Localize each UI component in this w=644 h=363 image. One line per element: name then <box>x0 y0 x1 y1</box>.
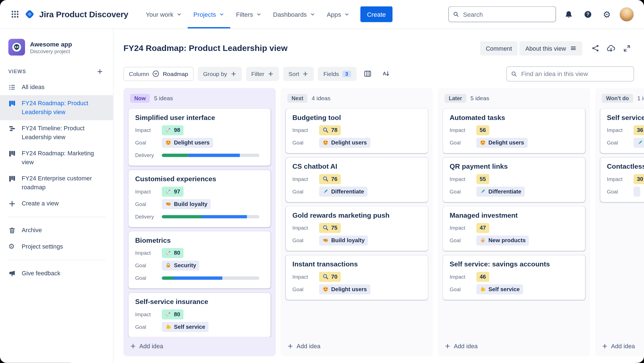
sort-alpha-icon[interactable] <box>379 67 393 81</box>
goal-chip[interactable]: Self service <box>162 322 209 332</box>
field-label: Impact <box>135 189 162 195</box>
field-label: Impact <box>293 176 319 182</box>
field-label: Delivery <box>135 152 162 158</box>
impact-chip[interactable]: 98 <box>162 125 184 135</box>
idea-card[interactable]: Automated tasks Impact 56 Goal Delight u… <box>443 109 585 153</box>
sidebar-item-fy24-roadmap-marketing[interactable]: FY24 Roadmap: Marketing view <box>0 145 113 170</box>
impact-value: 97 <box>174 188 180 195</box>
give-feedback-button[interactable]: Give feedback <box>0 265 113 282</box>
fields-button[interactable]: Fields 3 <box>318 67 356 81</box>
nav-your-work[interactable]: Your work <box>140 0 187 28</box>
project-header[interactable]: Awesome app Discovery project <box>0 37 113 62</box>
global-search-input[interactable] <box>462 10 551 18</box>
impact-chip[interactable]: 30 <box>634 174 644 184</box>
goal-chip[interactable]: Delight users <box>162 138 213 148</box>
create-a-view-button[interactable]: Create a view <box>0 195 113 212</box>
chevron-down-icon <box>219 11 224 17</box>
field-label: Goal <box>607 189 634 195</box>
brand[interactable]: Jira Product Discovery <box>24 9 128 20</box>
sidebar-item-archive[interactable]: Archive <box>0 222 113 239</box>
idea-card[interactable]: Simplified user interface Impact 98 Goal… <box>128 109 271 166</box>
goal-chip[interactable] <box>634 187 640 197</box>
goal-chip[interactable] <box>634 138 644 148</box>
idea-card[interactable]: Self service: savings accounts Impact 46… <box>443 255 585 300</box>
idea-card[interactable]: Biometrics Impact 80 Goal Security Goal <box>128 231 271 289</box>
share-icon[interactable] <box>588 41 602 55</box>
impact-chip[interactable]: 76 <box>319 174 341 184</box>
sidebar-item-fy24-enterprise-roadmap[interactable]: FY24 Enterprise customer roadmap <box>0 170 113 195</box>
impact-row: Impact 78 <box>293 124 422 136</box>
goal-chip[interactable]: Build loyalty <box>319 236 368 246</box>
goal-chip[interactable]: Delight users <box>476 138 527 148</box>
goal-value: Build loyalty <box>331 237 365 244</box>
nav-filters[interactable]: Filters <box>230 0 267 28</box>
goal-chip[interactable]: Security <box>162 261 199 271</box>
impact-chip[interactable]: 36 <box>634 125 644 135</box>
impact-chip[interactable]: 47 <box>476 223 489 233</box>
notification-bell-icon[interactable] <box>562 8 575 21</box>
impact-chip[interactable]: 55 <box>476 174 489 184</box>
goal-chip[interactable]: Self service <box>476 284 523 294</box>
idea-title: Managed investment <box>450 211 579 219</box>
sidebar-item-fy24-timeline-product-leadership[interactable]: FY24 Timeline: Product Leadership view <box>0 120 113 145</box>
help-icon[interactable] <box>581 8 595 21</box>
add-idea-button[interactable]: Add idea <box>123 337 276 356</box>
display-settings-icon[interactable] <box>361 67 375 81</box>
impact-chip[interactable]: 97 <box>162 187 184 197</box>
add-idea-button[interactable]: Add idea <box>438 337 590 356</box>
app-grid-icon[interactable] <box>8 8 22 21</box>
sidebar-item-project-settings[interactable]: ⚙ Project settings <box>0 239 113 255</box>
goal-chip[interactable]: Delight users <box>319 284 370 294</box>
idea-card[interactable]: Customised experiences Impact 97 Goal Bu… <box>128 170 271 227</box>
add-idea-button[interactable]: Add idea <box>595 337 644 356</box>
idea-card[interactable]: Budgeting tool Impact 78 Goal Delight us… <box>286 109 428 153</box>
add-view-icon[interactable] <box>95 67 105 77</box>
nav-dashboards[interactable]: Dashboards <box>267 0 321 28</box>
about-this-view-button[interactable]: About this view <box>519 41 582 55</box>
sidebar-item-label: Project settings <box>22 242 63 251</box>
goal-chip[interactable]: New products <box>476 236 529 246</box>
find-idea-input[interactable] <box>520 70 629 78</box>
sidebar-item-fy24-roadmap-product-leadership[interactable]: FY24 Roadmap: Product Leadership view <box>0 95 113 120</box>
column-cards: Simplified user interface Impact 98 Goal… <box>123 105 276 337</box>
idea-card[interactable]: QR payment links Impact 55 Goal Differen… <box>443 157 585 202</box>
impact-chip[interactable]: 78 <box>319 125 341 135</box>
export-cloud-icon[interactable] <box>604 41 618 55</box>
idea-card[interactable]: CS chatbot AI Impact 76 Goal Differentia… <box>286 157 428 202</box>
add-idea-button[interactable]: Add idea <box>281 337 433 356</box>
sidebar: Awesome app Discovery project VIEWS All … <box>0 29 113 363</box>
idea-card[interactable]: Contactless Impact 30 Goal <box>600 157 644 202</box>
comment-button[interactable]: Comment <box>480 41 518 55</box>
impact-chip[interactable]: 80 <box>162 248 184 258</box>
idea-card[interactable]: Self service: Impact 36 Goal <box>600 109 644 153</box>
idea-title: Budgeting tool <box>293 114 422 122</box>
filter-button[interactable]: Filter <box>246 67 279 81</box>
idea-title: Self service: savings accounts <box>450 260 579 268</box>
field-label: Impact <box>450 274 476 280</box>
nav-projects[interactable]: Projects <box>187 0 230 28</box>
goal-chip[interactable]: Differentiate <box>319 187 368 197</box>
impact-chip[interactable]: 80 <box>162 309 184 319</box>
idea-card[interactable]: Managed investment Impact 47 Goal New pr… <box>443 206 585 251</box>
idea-card[interactable]: Self-service insurance Impact 80 Goal Se… <box>128 293 271 337</box>
field-label: Impact <box>135 250 162 256</box>
goal-chip[interactable]: Build loyalty <box>162 199 211 209</box>
settings-gear-icon[interactable]: ⚙ <box>600 8 614 21</box>
impact-chip[interactable]: 46 <box>476 272 489 282</box>
heart-eyes-icon <box>323 286 329 293</box>
impact-chip[interactable]: 70 <box>319 272 341 282</box>
goal-chip[interactable]: Delight users <box>319 138 370 148</box>
create-button[interactable]: Create <box>360 6 393 22</box>
group-by-button[interactable]: Group by <box>198 67 242 81</box>
goal-chip[interactable]: Differentiate <box>476 187 525 197</box>
idea-card[interactable]: Instant transactions Impact 70 Goal Deli… <box>286 255 428 300</box>
fullscreen-icon[interactable] <box>620 41 634 55</box>
impact-chip[interactable]: 75 <box>319 223 341 233</box>
sidebar-item-all-ideas[interactable]: All ideas <box>0 79 113 95</box>
user-avatar[interactable] <box>620 7 634 22</box>
nav-apps[interactable]: Apps <box>321 0 355 28</box>
idea-card[interactable]: Gold rewards marketing push Impact 75 Go… <box>286 206 428 251</box>
impact-chip[interactable]: 56 <box>476 125 489 135</box>
column-view-selector[interactable]: Column Roadmap <box>123 67 194 81</box>
sort-button[interactable]: Sort <box>283 67 314 81</box>
